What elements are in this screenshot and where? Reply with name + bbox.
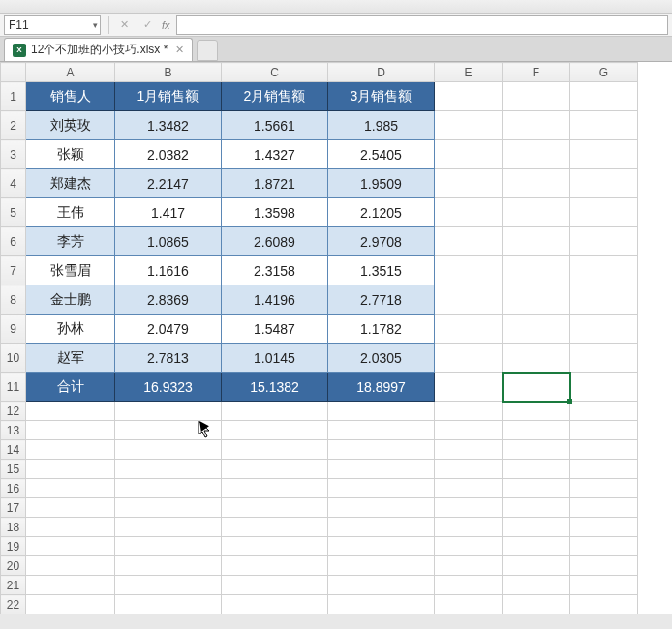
cell-E19[interactable] bbox=[435, 537, 503, 556]
cell-F10[interactable] bbox=[503, 344, 570, 373]
cell-C22[interactable] bbox=[222, 595, 328, 614]
cell-C8[interactable]: 1.4196 bbox=[222, 285, 328, 314]
cell-E10[interactable] bbox=[435, 344, 503, 373]
cell-E5[interactable] bbox=[435, 198, 503, 227]
cell-F8[interactable] bbox=[503, 285, 570, 314]
row-header-16[interactable]: 16 bbox=[1, 479, 26, 498]
select-all-corner[interactable] bbox=[1, 63, 26, 82]
name-box[interactable]: F11 ▾ bbox=[4, 15, 101, 35]
cell-E3[interactable] bbox=[435, 140, 503, 169]
cell-E8[interactable] bbox=[435, 285, 503, 314]
cell-A2[interactable]: 刘英玫 bbox=[26, 111, 115, 140]
cell-G2[interactable] bbox=[570, 111, 638, 140]
cell-C5[interactable]: 1.3598 bbox=[222, 198, 328, 227]
row-header-15[interactable]: 15 bbox=[1, 460, 26, 479]
cell-B19[interactable] bbox=[115, 537, 222, 556]
cell-D14[interactable] bbox=[328, 440, 435, 460]
cell-G13[interactable] bbox=[570, 421, 638, 440]
cell-C10[interactable]: 1.0145 bbox=[222, 344, 328, 373]
row-header-8[interactable]: 8 bbox=[1, 285, 26, 314]
cell-F21[interactable] bbox=[503, 576, 570, 595]
cell-A20[interactable] bbox=[26, 556, 115, 576]
cell-D15[interactable] bbox=[328, 460, 435, 479]
cell-E16[interactable] bbox=[435, 479, 503, 498]
cell-C15[interactable] bbox=[222, 460, 328, 479]
cell-A4[interactable]: 郑建杰 bbox=[26, 169, 115, 198]
row-header-6[interactable]: 6 bbox=[1, 227, 26, 256]
cell-C14[interactable] bbox=[222, 440, 328, 460]
cell-A9[interactable]: 孙林 bbox=[26, 314, 115, 344]
cell-E12[interactable] bbox=[435, 402, 503, 421]
cell-G19[interactable] bbox=[570, 537, 638, 556]
cell-A7[interactable]: 张雪眉 bbox=[26, 256, 115, 285]
cell-C19[interactable] bbox=[222, 537, 328, 556]
tab-close-icon[interactable]: ✕ bbox=[175, 44, 184, 56]
cell-G4[interactable] bbox=[570, 169, 638, 198]
cell-B20[interactable] bbox=[115, 556, 222, 576]
cell-A13[interactable] bbox=[26, 421, 115, 440]
cell-C4[interactable]: 1.8721 bbox=[222, 169, 328, 198]
row-header-4[interactable]: 4 bbox=[1, 169, 26, 198]
cell-B10[interactable]: 2.7813 bbox=[115, 344, 222, 373]
cell-B22[interactable] bbox=[115, 595, 222, 614]
cell-E13[interactable] bbox=[435, 421, 503, 440]
cell-E14[interactable] bbox=[435, 440, 503, 460]
name-box-dropdown-icon[interactable]: ▾ bbox=[93, 20, 98, 30]
cell-C7[interactable]: 2.3158 bbox=[222, 256, 328, 285]
cell-B17[interactable] bbox=[115, 498, 222, 518]
cell-D19[interactable] bbox=[328, 537, 435, 556]
cell-C3[interactable]: 1.4327 bbox=[222, 140, 328, 169]
cell-B13[interactable] bbox=[115, 421, 222, 440]
cell-A12[interactable] bbox=[26, 402, 115, 421]
cell-C20[interactable] bbox=[222, 556, 328, 576]
cell-E17[interactable] bbox=[435, 498, 503, 518]
cell-D16[interactable] bbox=[328, 479, 435, 498]
row-header-11[interactable]: 11 bbox=[1, 373, 26, 402]
cell-B3[interactable]: 2.0382 bbox=[115, 140, 222, 169]
cell-F1[interactable] bbox=[503, 82, 570, 111]
cell-A6[interactable]: 李芳 bbox=[26, 227, 115, 256]
formula-input[interactable] bbox=[176, 15, 668, 35]
cell-A5[interactable]: 王伟 bbox=[26, 198, 115, 227]
cell-E9[interactable] bbox=[435, 314, 503, 344]
cell-B16[interactable] bbox=[115, 479, 222, 498]
row-header-7[interactable]: 7 bbox=[1, 256, 26, 285]
cell-A22[interactable] bbox=[26, 595, 115, 614]
cell-G11[interactable] bbox=[570, 373, 638, 402]
cell-D7[interactable]: 1.3515 bbox=[328, 256, 435, 285]
cell-G10[interactable] bbox=[570, 344, 638, 373]
cell-F3[interactable] bbox=[503, 140, 570, 169]
row-header-1[interactable]: 1 bbox=[1, 82, 26, 111]
cell-C17[interactable] bbox=[222, 498, 328, 518]
cell-A11[interactable]: 合计 bbox=[26, 373, 115, 402]
cell-D12[interactable] bbox=[328, 402, 435, 421]
new-tab-button[interactable] bbox=[197, 40, 218, 61]
row-header-22[interactable]: 22 bbox=[1, 595, 26, 614]
worksheet-grid[interactable]: A B C D E F G 1 销售人 1月销售额 2月销售额 3月销售额 2 … bbox=[0, 62, 638, 614]
cell-E18[interactable] bbox=[435, 518, 503, 537]
row-header-21[interactable]: 21 bbox=[1, 576, 26, 595]
cell-F6[interactable] bbox=[503, 227, 570, 256]
cell-G5[interactable] bbox=[570, 198, 638, 227]
cell-F18[interactable] bbox=[503, 518, 570, 537]
row-header-10[interactable]: 10 bbox=[1, 344, 26, 373]
fx-icon[interactable]: fx bbox=[162, 19, 170, 31]
cell-F15[interactable] bbox=[503, 460, 570, 479]
cell-C21[interactable] bbox=[222, 576, 328, 595]
cell-D1[interactable]: 3月销售额 bbox=[328, 82, 435, 111]
cell-D11[interactable]: 18.8997 bbox=[328, 373, 435, 402]
cell-F11-selected[interactable] bbox=[503, 373, 570, 402]
cell-C13[interactable] bbox=[222, 421, 328, 440]
cell-E2[interactable] bbox=[435, 111, 503, 140]
cell-C12[interactable] bbox=[222, 402, 328, 421]
cell-C18[interactable] bbox=[222, 518, 328, 537]
cell-G17[interactable] bbox=[570, 498, 638, 518]
cell-A1[interactable]: 销售人 bbox=[26, 82, 115, 111]
cell-F12[interactable] bbox=[503, 402, 570, 421]
cell-D5[interactable]: 2.1205 bbox=[328, 198, 435, 227]
cell-B1[interactable]: 1月销售额 bbox=[115, 82, 222, 111]
cell-G7[interactable] bbox=[570, 256, 638, 285]
cell-C1[interactable]: 2月销售额 bbox=[222, 82, 328, 111]
row-header-18[interactable]: 18 bbox=[1, 518, 26, 537]
cell-B2[interactable]: 1.3482 bbox=[115, 111, 222, 140]
